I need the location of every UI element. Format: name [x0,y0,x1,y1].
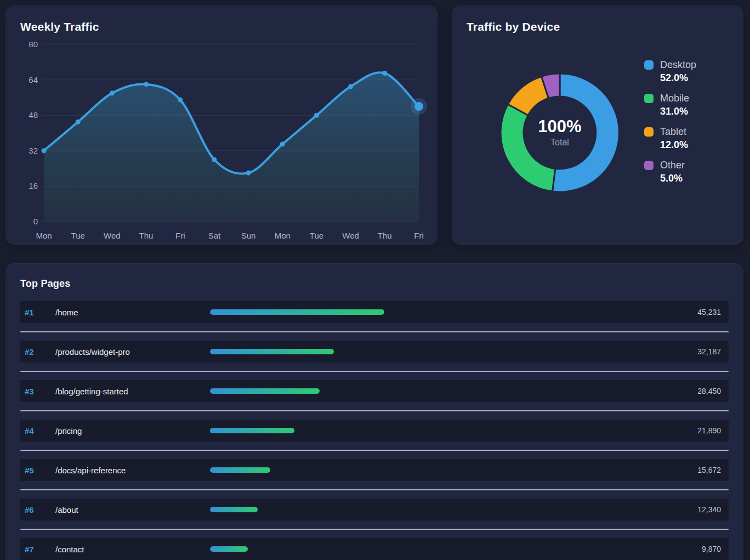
page-path: /home [55,308,210,317]
x-axis-tick-label: Wed [342,231,359,240]
y-axis-tick-label: 16 [29,181,38,190]
x-axis-tick-label: Fri [175,231,185,240]
page-views-value: 15,672 [669,466,721,474]
x-axis-tick-label: Fri [414,231,424,240]
page-rank: #7 [25,545,55,554]
row-divider [20,489,729,490]
x-axis-tick-label: Sat [208,231,221,240]
x-axis-tick-label: Sun [241,231,256,240]
traffic-by-device-title: Traffic by Device [467,20,560,33]
legend-percentage: 52.0% [660,72,696,84]
top-pages-list: #1/home45,231#2/products/widget-pro32,18… [20,301,729,560]
page-row[interactable]: #7/contact9,870 [20,538,729,560]
legend-item-desktop[interactable]: Desktop52.0% [644,59,696,84]
page-rank: #5 [25,466,55,475]
page-path: /contact [55,545,210,554]
row-divider [20,331,729,332]
legend-percentage: 12.0% [660,139,696,151]
page-bar-track [210,428,669,433]
donut-slice-desktop[interactable] [553,73,620,192]
page-row[interactable]: #3/blog/getting-started28,450 [20,380,729,402]
page-views-bar [210,309,384,315]
data-point[interactable] [314,113,319,118]
data-point[interactable] [212,157,217,162]
x-axis-tick-label: Thu [139,231,154,240]
page-views-bar [210,349,334,354]
page-row[interactable]: #1/home45,231 [20,301,729,323]
page-path: /about [55,505,210,514]
page-views-bar [210,428,294,433]
page-row[interactable]: #4/pricing21,890 [20,420,729,442]
y-axis-tick-label: 80 [29,39,38,49]
page-views-value: 45,231 [669,308,721,316]
legend-percentage: 5.0% [660,173,696,184]
row-divider [20,371,729,372]
data-point[interactable] [110,90,115,95]
page-rank: #1 [25,308,55,317]
legend-swatch-icon [644,94,654,103]
weekly-traffic-line-chart[interactable]: 01632486480MonTueWedThuFriSatSunMonTueWe… [6,6,438,245]
data-point[interactable] [414,102,423,111]
x-axis-tick-label: Mon [275,231,291,240]
data-point[interactable] [42,148,47,153]
legend-swatch-icon [644,127,654,137]
data-point[interactable] [280,142,285,146]
y-axis-tick-label: 0 [33,217,38,226]
line-chart-area-fill [44,72,419,222]
page-rank: #4 [25,426,55,435]
page-row[interactable]: #2/products/widget-pro32,187 [20,341,729,363]
page-path: /docs/api-reference [55,466,210,475]
page-views-value: 9,870 [669,545,721,553]
page-path: /products/widget-pro [55,347,210,357]
device-legend: Desktop52.0%Mobile31.0%Tablet12.0%Other5… [644,59,696,184]
top-pages-card: Top Pages #1/home45,231#2/products/widge… [5,263,743,560]
legend-item-other[interactable]: Other5.0% [644,160,696,184]
data-point[interactable] [246,171,251,176]
data-point[interactable] [144,82,149,87]
page-path: /blog/getting-started [55,387,210,396]
legend-percentage: 31.0% [660,106,696,117]
page-views-bar [210,507,258,512]
legend-swatch-icon [644,60,654,70]
page-views-value: 12,340 [669,505,721,514]
x-axis-tick-label: Thu [378,231,392,240]
legend-item-head: Other [644,160,696,171]
page-bar-track [210,507,669,512]
page-path: /pricing [55,426,210,435]
page-rank: #3 [25,387,55,396]
page-views-value: 32,187 [669,347,721,356]
legend-label: Tablet [660,126,686,138]
legend-label: Other [660,160,685,171]
legend-label: Desktop [660,59,696,71]
page-row[interactable]: #6/about12,340 [20,499,729,521]
page-views-value: 21,890 [669,426,721,435]
traffic-by-device-card: Traffic by Device 100% Total Desktop52.0… [452,5,743,245]
row-divider [20,529,729,530]
weekly-traffic-title: Weekly Traffic [20,20,99,33]
y-axis-tick-label: 32 [29,146,38,155]
page-bar-track [210,388,669,394]
page-views-bar [210,546,248,552]
data-point[interactable] [382,71,387,76]
page-rank: #6 [25,505,55,514]
donut-slice-mobile[interactable] [501,104,555,191]
data-point[interactable] [178,97,183,102]
legend-item-head: Mobile [644,93,696,104]
page-bar-track [210,349,669,354]
data-point[interactable] [76,120,81,125]
x-axis-tick-label: Tue [310,231,323,240]
legend-label: Mobile [660,93,689,104]
page-bar-track [210,546,669,552]
page-views-bar [210,467,270,473]
legend-item-tablet[interactable]: Tablet12.0% [644,126,696,151]
device-donut-chart[interactable] [452,6,744,245]
x-axis-tick-label: Tue [71,231,85,240]
legend-item-mobile[interactable]: Mobile31.0% [644,93,696,117]
data-point[interactable] [348,84,353,89]
page-row[interactable]: #5/docs/api-reference15,672 [20,459,729,481]
legend-swatch-icon [644,161,654,170]
legend-item-head: Desktop [644,59,696,71]
page-bar-track [210,467,669,473]
page-rank: #2 [25,347,55,357]
page-views-bar [210,388,320,394]
